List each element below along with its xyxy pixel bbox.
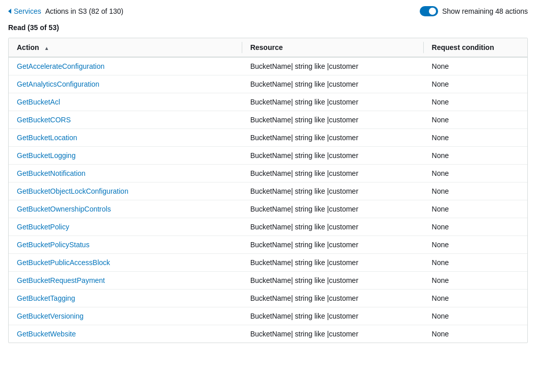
resource-header-label: Resource [250, 43, 283, 51]
action-link[interactable]: GetBucketTagging [17, 294, 75, 302]
top-bar: Services Actions in S3 (82 of 130) Show … [8, 6, 528, 16]
table-row: GetBucketTaggingBucketName| string like … [9, 290, 527, 307]
table-row: GetBucketNotificationBucketName| string … [9, 165, 527, 182]
action-cell: GetBucketRequestPayment [9, 272, 242, 290]
action-link[interactable]: GetBucketWebsite [17, 330, 76, 338]
actions-table: Action ▲ Resource Request condition GetA… [9, 38, 527, 343]
action-link[interactable]: GetBucketLogging [17, 151, 75, 160]
condition-cell: None [424, 325, 527, 343]
table-row: GetBucketLocationBucketName| string like… [9, 129, 527, 147]
toggle-thumb [429, 8, 436, 15]
table-row: GetBucketObjectLockConfigurationBucketNa… [9, 182, 527, 200]
table-row: GetBucketPolicyBucketName| string like |… [9, 218, 527, 236]
condition-cell: None [424, 93, 527, 111]
resource-cell: BucketName| string like |customer [242, 218, 424, 236]
resource-cell: BucketName| string like |customer [242, 165, 424, 182]
action-cell: GetBucketVersioning [9, 307, 242, 325]
resource-column-header[interactable]: Resource [242, 38, 424, 57]
table-header-row: Action ▲ Resource Request condition [9, 38, 527, 57]
condition-cell: None [424, 165, 527, 182]
resource-cell: BucketName| string like |customer [242, 111, 424, 129]
action-link[interactable]: GetBucketOwnershipControls [17, 205, 111, 213]
condition-cell: None [424, 254, 527, 272]
show-remaining-toggle[interactable] [420, 6, 438, 16]
resource-cell: BucketName| string like |customer [242, 93, 424, 111]
action-column-header[interactable]: Action ▲ [9, 38, 242, 57]
resource-cell: BucketName| string like |customer [242, 75, 424, 93]
table-row: GetBucketCORSBucketName| string like |cu… [9, 111, 527, 129]
table-row: GetAnalyticsConfigurationBucketName| str… [9, 75, 527, 93]
table-row: GetBucketRequestPaymentBucketName| strin… [9, 272, 527, 290]
table-row: GetBucketVersioningBucketName| string li… [9, 307, 527, 325]
action-link[interactable]: GetBucketCORS [17, 116, 71, 124]
sort-icon: ▲ [44, 45, 49, 51]
condition-cell: None [424, 111, 527, 129]
action-link[interactable]: GetBucketVersioning [17, 312, 84, 320]
action-link[interactable]: GetAccelerateConfiguration [17, 62, 105, 70]
action-cell: GetBucketLogging [9, 147, 242, 165]
table-row: GetBucketPolicyStatusBucketName| string … [9, 236, 527, 254]
table-body: GetAccelerateConfigurationBucketName| st… [9, 57, 527, 343]
action-cell: GetBucketOwnershipControls [9, 200, 242, 218]
table-container: Action ▲ Resource Request condition GetA… [8, 38, 528, 343]
top-left: Services Actions in S3 (82 of 130) [8, 7, 123, 15]
resource-cell: BucketName| string like |customer [242, 254, 424, 272]
chevron-left-icon [8, 9, 11, 14]
action-cell: GetBucketTagging [9, 290, 242, 307]
top-right: Show remaining 48 actions [420, 6, 528, 16]
action-cell: GetBucketLocation [9, 129, 242, 147]
resource-cell: BucketName| string like |customer [242, 182, 424, 200]
action-link[interactable]: GetBucketPolicyStatus [17, 241, 89, 249]
resource-cell: BucketName| string like |customer [242, 147, 424, 165]
condition-header-label: Request condition [432, 43, 494, 51]
section-title: Read (35 of 53) [8, 23, 528, 32]
condition-cell: None [424, 182, 527, 200]
toggle-track [420, 6, 438, 16]
resource-cell: BucketName| string like |customer [242, 272, 424, 290]
action-link[interactable]: GetBucketObjectLockConfiguration [17, 187, 129, 195]
action-cell: GetBucketObjectLockConfiguration [9, 182, 242, 200]
table-row: GetBucketOwnershipControlsBucketName| st… [9, 200, 527, 218]
resource-cell: BucketName| string like |customer [242, 307, 424, 325]
action-cell: GetAccelerateConfiguration [9, 57, 242, 75]
table-row: GetBucketWebsiteBucketName| string like … [9, 325, 527, 343]
table-row: GetBucketPublicAccessBlockBucketName| st… [9, 254, 527, 272]
resource-cell: BucketName| string like |customer [242, 200, 424, 218]
condition-cell: None [424, 57, 527, 75]
table-row: GetAccelerateConfigurationBucketName| st… [9, 57, 527, 75]
action-cell: GetBucketWebsite [9, 325, 242, 343]
services-label: Services [14, 7, 41, 15]
action-link[interactable]: GetBucketPolicy [17, 223, 69, 231]
resource-cell: BucketName| string like |customer [242, 290, 424, 307]
action-link[interactable]: GetBucketLocation [17, 134, 77, 142]
action-cell: GetBucketAcl [9, 93, 242, 111]
condition-cell: None [424, 200, 527, 218]
action-cell: GetBucketPolicyStatus [9, 236, 242, 254]
table-row: GetBucketAclBucketName| string like |cus… [9, 93, 527, 111]
toggle-label: Show remaining 48 actions [442, 7, 528, 15]
condition-column-header[interactable]: Request condition [424, 38, 527, 57]
action-cell: GetBucketPublicAccessBlock [9, 254, 242, 272]
action-header-label: Action [17, 43, 39, 51]
resource-cell: BucketName| string like |customer [242, 236, 424, 254]
page-title: Actions in S3 (82 of 130) [45, 7, 123, 15]
toggle-wrapper: Show remaining 48 actions [420, 6, 528, 16]
condition-cell: None [424, 290, 527, 307]
page-container: Services Actions in S3 (82 of 130) Show … [0, 0, 536, 349]
condition-cell: None [424, 147, 527, 165]
action-cell: GetBucketCORS [9, 111, 242, 129]
action-link[interactable]: GetBucketRequestPayment [17, 276, 105, 284]
action-cell: GetAnalyticsConfiguration [9, 75, 242, 93]
condition-cell: None [424, 129, 527, 147]
action-link[interactable]: GetBucketPublicAccessBlock [17, 258, 110, 267]
services-link[interactable]: Services [8, 7, 41, 15]
condition-cell: None [424, 236, 527, 254]
action-cell: GetBucketNotification [9, 165, 242, 182]
action-cell: GetBucketPolicy [9, 218, 242, 236]
action-link[interactable]: GetAnalyticsConfiguration [17, 80, 99, 88]
resource-cell: BucketName| string like |customer [242, 325, 424, 343]
resource-cell: BucketName| string like |customer [242, 129, 424, 147]
action-link[interactable]: GetBucketNotification [17, 169, 86, 177]
action-link[interactable]: GetBucketAcl [17, 98, 60, 106]
resource-cell: BucketName| string like |customer [242, 57, 424, 75]
